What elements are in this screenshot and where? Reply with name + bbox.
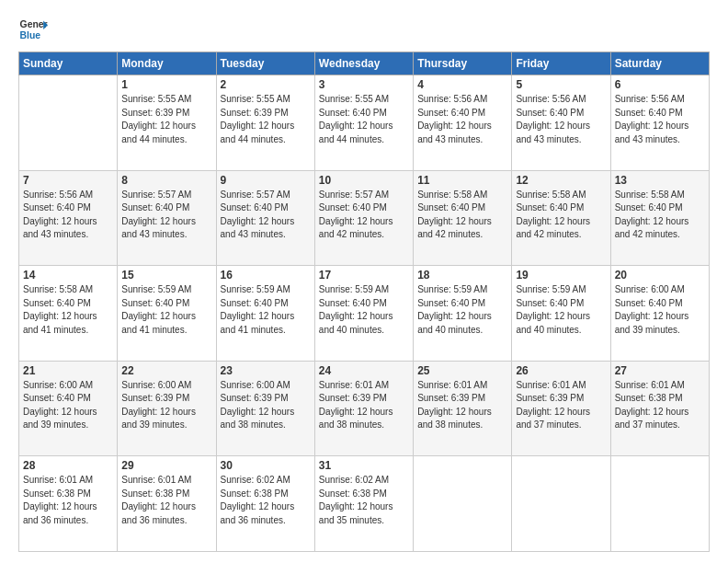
- header-day-wednesday: Wednesday: [314, 52, 413, 75]
- cell-info: Sunrise: 6:01 AMSunset: 6:38 PMDaylight:…: [121, 474, 211, 527]
- calendar-cell: 15 Sunrise: 5:59 AMSunset: 6:40 PMDaylig…: [118, 266, 216, 362]
- cell-day-number: 15: [121, 269, 211, 282]
- cell-info: Sunrise: 5:57 AMSunset: 6:40 PMDaylight:…: [319, 189, 409, 242]
- cell-day-number: 19: [516, 269, 606, 282]
- cell-info: Sunrise: 6:00 AMSunset: 6:39 PMDaylight:…: [121, 379, 211, 432]
- calendar-cell: 28 Sunrise: 6:01 AMSunset: 6:38 PMDaylig…: [19, 456, 118, 552]
- cell-info: Sunrise: 6:01 AMSunset: 6:38 PMDaylight:…: [23, 474, 113, 527]
- header-day-tuesday: Tuesday: [216, 52, 314, 75]
- header: General Blue: [18, 15, 710, 44]
- header-day-thursday: Thursday: [414, 52, 512, 75]
- cell-info: Sunrise: 6:02 AMSunset: 6:38 PMDaylight:…: [221, 474, 311, 527]
- cell-day-number: 28: [23, 459, 113, 472]
- cell-info: Sunrise: 5:55 AMSunset: 6:39 PMDaylight:…: [221, 93, 311, 146]
- cell-day-number: 6: [615, 78, 705, 91]
- cell-day-number: 30: [221, 459, 311, 472]
- cell-info: Sunrise: 5:59 AMSunset: 6:40 PMDaylight:…: [516, 283, 606, 337]
- calendar-cell: [19, 75, 118, 171]
- calendar-cell: 2 Sunrise: 5:55 AMSunset: 6:39 PMDayligh…: [216, 75, 314, 171]
- cell-info: Sunrise: 5:59 AMSunset: 6:40 PMDaylight:…: [319, 283, 409, 337]
- calendar-cell: 30 Sunrise: 6:02 AMSunset: 6:38 PMDaylig…: [216, 456, 314, 552]
- cell-info: Sunrise: 6:01 AMSunset: 6:38 PMDaylight:…: [615, 379, 705, 432]
- calendar-cell: 27 Sunrise: 6:01 AMSunset: 6:38 PMDaylig…: [610, 361, 709, 456]
- header-day-sunday: Sunday: [19, 52, 118, 75]
- calendar-cell: 21 Sunrise: 6:00 AMSunset: 6:40 PMDaylig…: [19, 361, 118, 456]
- cell-info: Sunrise: 5:59 AMSunset: 6:40 PMDaylight:…: [417, 283, 507, 337]
- calendar-cell: 3 Sunrise: 5:55 AMSunset: 6:40 PMDayligh…: [314, 75, 413, 171]
- cell-info: Sunrise: 6:00 AMSunset: 6:40 PMDaylight:…: [23, 379, 113, 432]
- calendar-cell: 19 Sunrise: 5:59 AMSunset: 6:40 PMDaylig…: [512, 266, 610, 362]
- calendar-header-row: SundayMondayTuesdayWednesdayThursdayFrid…: [19, 52, 710, 75]
- calendar-cell: 10 Sunrise: 5:57 AMSunset: 6:40 PMDaylig…: [314, 170, 413, 266]
- cell-day-number: 10: [319, 174, 409, 187]
- calendar-cell: [414, 456, 512, 552]
- calendar-cell: 8 Sunrise: 5:57 AMSunset: 6:40 PMDayligh…: [118, 170, 216, 266]
- calendar-week-3: 14 Sunrise: 5:58 AMSunset: 6:40 PMDaylig…: [19, 266, 710, 362]
- cell-day-number: 31: [319, 459, 409, 472]
- cell-day-number: 20: [615, 269, 705, 282]
- calendar-cell: 7 Sunrise: 5:56 AMSunset: 6:40 PMDayligh…: [19, 170, 118, 266]
- calendar-cell: 24 Sunrise: 6:01 AMSunset: 6:39 PMDaylig…: [314, 361, 413, 456]
- calendar-cell: 11 Sunrise: 5:58 AMSunset: 6:40 PMDaylig…: [414, 170, 512, 266]
- cell-info: Sunrise: 6:00 AMSunset: 6:39 PMDaylight:…: [221, 379, 311, 432]
- cell-day-number: 14: [23, 269, 113, 282]
- cell-day-number: 13: [615, 174, 705, 187]
- cell-info: Sunrise: 5:56 AMSunset: 6:40 PMDaylight:…: [23, 189, 113, 242]
- cell-day-number: 27: [615, 364, 705, 377]
- cell-day-number: 5: [516, 78, 606, 91]
- cell-day-number: 12: [516, 174, 606, 187]
- calendar-cell: 12 Sunrise: 5:58 AMSunset: 6:40 PMDaylig…: [512, 170, 610, 266]
- calendar-cell: 18 Sunrise: 5:59 AMSunset: 6:40 PMDaylig…: [414, 266, 512, 362]
- cell-info: Sunrise: 5:58 AMSunset: 6:40 PMDaylight:…: [23, 283, 113, 337]
- svg-text:Blue: Blue: [20, 30, 41, 40]
- cell-day-number: 23: [221, 364, 311, 377]
- calendar-cell: 16 Sunrise: 5:59 AMSunset: 6:40 PMDaylig…: [216, 266, 314, 362]
- cell-info: Sunrise: 5:58 AMSunset: 6:40 PMDaylight:…: [615, 189, 705, 242]
- calendar-week-5: 28 Sunrise: 6:01 AMSunset: 6:38 PMDaylig…: [19, 456, 710, 552]
- cell-info: Sunrise: 5:56 AMSunset: 6:40 PMDaylight:…: [615, 93, 705, 146]
- cell-day-number: 17: [319, 269, 409, 282]
- calendar-cell: 23 Sunrise: 6:00 AMSunset: 6:39 PMDaylig…: [216, 361, 314, 456]
- calendar-week-4: 21 Sunrise: 6:00 AMSunset: 6:40 PMDaylig…: [19, 361, 710, 456]
- calendar-cell: 1 Sunrise: 5:55 AMSunset: 6:39 PMDayligh…: [118, 75, 216, 171]
- cell-info: Sunrise: 6:01 AMSunset: 6:39 PMDaylight:…: [417, 379, 507, 432]
- cell-info: Sunrise: 5:55 AMSunset: 6:39 PMDaylight:…: [121, 93, 211, 146]
- cell-day-number: 4: [417, 78, 507, 91]
- cell-day-number: 22: [121, 364, 211, 377]
- cell-info: Sunrise: 5:56 AMSunset: 6:40 PMDaylight:…: [417, 93, 507, 146]
- cell-day-number: 11: [417, 174, 507, 187]
- calendar-cell: [610, 456, 709, 552]
- calendar-cell: 20 Sunrise: 6:00 AMSunset: 6:40 PMDaylig…: [610, 266, 709, 362]
- calendar-cell: 17 Sunrise: 5:59 AMSunset: 6:40 PMDaylig…: [314, 266, 413, 362]
- cell-info: Sunrise: 5:57 AMSunset: 6:40 PMDaylight:…: [121, 189, 211, 242]
- calendar-table: SundayMondayTuesdayWednesdayThursdayFrid…: [18, 52, 710, 552]
- cell-info: Sunrise: 5:57 AMSunset: 6:40 PMDaylight:…: [221, 189, 311, 242]
- cell-day-number: 21: [23, 364, 113, 377]
- cell-day-number: 26: [516, 364, 606, 377]
- cell-day-number: 18: [417, 269, 507, 282]
- page: General Blue SundayMondayTuesdayWednesda…: [0, 0, 728, 563]
- cell-day-number: 29: [121, 459, 211, 472]
- calendar-cell: 6 Sunrise: 5:56 AMSunset: 6:40 PMDayligh…: [610, 75, 709, 171]
- cell-info: Sunrise: 5:58 AMSunset: 6:40 PMDaylight:…: [417, 189, 507, 242]
- cell-info: Sunrise: 5:58 AMSunset: 6:40 PMDaylight:…: [516, 189, 606, 242]
- header-day-monday: Monday: [118, 52, 216, 75]
- calendar-cell: 31 Sunrise: 6:02 AMSunset: 6:38 PMDaylig…: [314, 456, 413, 552]
- calendar-cell: 13 Sunrise: 5:58 AMSunset: 6:40 PMDaylig…: [610, 170, 709, 266]
- calendar-cell: 14 Sunrise: 5:58 AMSunset: 6:40 PMDaylig…: [19, 266, 118, 362]
- cell-day-number: 9: [221, 174, 311, 187]
- logo-icon: General Blue: [18, 15, 48, 44]
- cell-info: Sunrise: 5:59 AMSunset: 6:40 PMDaylight:…: [221, 283, 311, 337]
- calendar-cell: 29 Sunrise: 6:01 AMSunset: 6:38 PMDaylig…: [118, 456, 216, 552]
- cell-info: Sunrise: 6:00 AMSunset: 6:40 PMDaylight:…: [615, 283, 705, 337]
- cell-day-number: 16: [221, 269, 311, 282]
- calendar-cell: 26 Sunrise: 6:01 AMSunset: 6:39 PMDaylig…: [512, 361, 610, 456]
- cell-day-number: 8: [121, 174, 211, 187]
- calendar-week-2: 7 Sunrise: 5:56 AMSunset: 6:40 PMDayligh…: [19, 170, 710, 266]
- calendar-cell: 5 Sunrise: 5:56 AMSunset: 6:40 PMDayligh…: [512, 75, 610, 171]
- logo: General Blue: [18, 15, 48, 44]
- cell-info: Sunrise: 6:02 AMSunset: 6:38 PMDaylight:…: [319, 474, 409, 527]
- calendar-week-1: 1 Sunrise: 5:55 AMSunset: 6:39 PMDayligh…: [19, 75, 710, 171]
- cell-day-number: 7: [23, 174, 113, 187]
- cell-info: Sunrise: 5:56 AMSunset: 6:40 PMDaylight:…: [516, 93, 606, 146]
